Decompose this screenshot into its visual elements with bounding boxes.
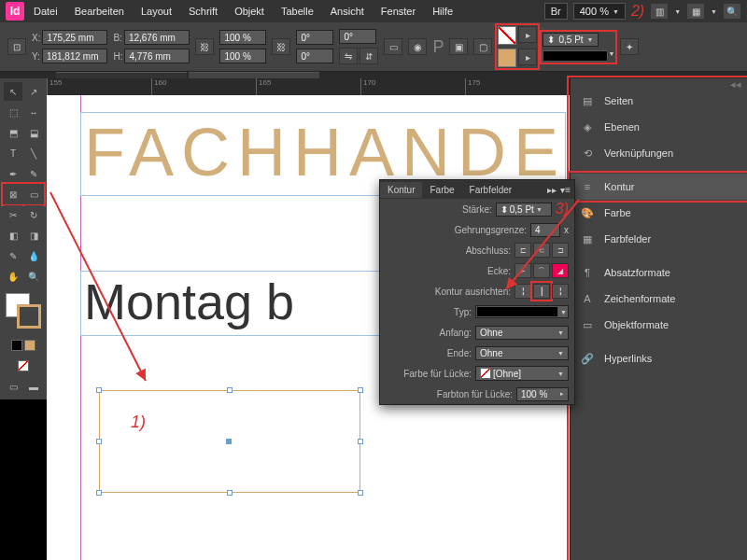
collapse-icon[interactable]: ▸▸ [547,185,557,195]
start-field[interactable]: Ohne▼ [475,326,569,340]
panel-verknuepfungen[interactable]: ⟲Verknüpfungen [571,140,747,166]
constrain-icon[interactable]: ⛓ [195,38,214,55]
join-label: Ecke: [386,266,511,276]
weight-field[interactable]: ⬍0,5 Pt▼ [496,203,552,217]
stroke-tab-kontur[interactable]: Kontur [380,182,422,198]
align-inside-icon[interactable]: ┃ [533,284,550,299]
gapcolor-field[interactable]: [Ohne]▼ [475,366,569,381]
search-icon[interactable]: 🔍 [723,3,741,20]
line-tool-icon[interactable]: ╲ [24,144,43,162]
fill-stroke-group[interactable]: ▸ ▸ [498,26,537,67]
menu-tabelle[interactable]: Tabelle [274,3,321,20]
panel-farbe[interactable]: 🎨Farbe [571,200,747,226]
panel-menu-icon[interactable]: ▾≡ [560,185,571,195]
panel-objektformate[interactable]: ▭Objektformate [571,312,747,338]
gradient-swatch-icon[interactable]: ◧ [4,226,22,245]
join-miter-icon[interactable]: ⌐ [514,263,531,278]
menu-layout[interactable]: Layout [134,3,179,20]
fill-stroke-indicator[interactable] [6,293,41,329]
w-field[interactable]: 12,676 mm [124,30,190,45]
x-field[interactable]: 175,25 mm [42,30,107,45]
pencil-tool-icon[interactable]: ✎ [24,164,43,183]
panel-zeichenformate[interactable]: AZeichenformate [571,286,747,312]
stroke-panel[interactable]: Kontur Farbe Farbfelder ▸▸▾≡ Stärke: ⬍0,… [379,179,575,405]
menu-objekt[interactable]: Objekt [227,3,272,20]
stroke-tab-farbfelder[interactable]: Farbfelder [462,182,520,198]
scale-y-field[interactable]: 100 % [219,49,266,63]
view-mode-icon[interactable]: ▥ [650,3,669,20]
menu-fenster[interactable]: Fenster [374,3,423,20]
direct-selection-tool-icon[interactable]: ↗ [24,82,43,101]
pen-tool-icon[interactable]: ✒ [4,164,22,183]
select-container-icon[interactable]: ▭ [384,38,402,55]
eyedropper-tool-icon[interactable]: 💧 [24,246,43,265]
bridge-button[interactable]: Br [544,3,568,20]
cap-projecting-icon[interactable]: ⊐ [552,243,569,258]
arrange-icon[interactable]: ▦ [686,3,705,20]
panel-hyperlinks[interactable]: 🔗Hyperlinks [571,345,747,371]
panel-ebenen[interactable]: ◈Ebenen [571,114,747,140]
content-placer-icon[interactable]: ⬓ [24,123,43,142]
fill-swatch[interactable] [498,26,516,45]
join-round-icon[interactable]: ⌒ [533,263,550,278]
stroke-swatch[interactable] [498,49,516,67]
join-bevel-icon[interactable]: ◢ [552,263,569,278]
swatches-icon: ▦ [580,232,595,245]
zoom-level[interactable]: 400 %▼ [573,3,626,20]
panel-seiten[interactable]: ▤Seiten [571,88,747,114]
zoom-tool-icon[interactable]: 🔍 [24,267,43,286]
panel-absatzformate[interactable]: ¶Absatzformate [571,259,747,286]
content-collector-icon[interactable]: ⬒ [4,123,22,142]
flip-h-icon[interactable]: ⇋ [339,48,358,64]
constrain-scale-icon[interactable]: ⛓ [272,38,290,55]
type-field[interactable]: ▼ [475,305,569,318]
cap-round-icon[interactable]: ⊂ [533,243,550,258]
stroke-menu-icon[interactable]: ▸ [518,49,537,65]
gradient-feather-icon[interactable]: ◨ [24,226,43,245]
effects-icon[interactable]: ✦ [620,38,639,55]
gaptint-field[interactable]: 100 %▸ [516,387,569,401]
rectangle-tool-icon[interactable]: ▭ [24,185,43,203]
panel-kontur[interactable]: ≡Kontur [571,174,747,200]
fit-content-icon[interactable]: ▢ [473,38,492,55]
scale-x-field[interactable]: 100 % [219,30,266,45]
flip-v-icon[interactable]: ⇵ [359,48,378,64]
miter-field[interactable]: 4 [530,223,560,237]
note-tool-icon[interactable]: ✎ [4,246,22,265]
shear-field[interactable]: 0° [296,49,333,63]
menu-ansicht[interactable]: Ansicht [323,3,372,20]
y-field[interactable]: 181,812 mm [42,49,107,63]
free-transform-icon[interactable]: ↻ [24,205,43,224]
selection-tool-icon[interactable]: ↖ [4,82,22,101]
scissors-tool-icon[interactable]: ✂ [4,205,22,224]
panel-farbfelder[interactable]: ▦Farbfelder [571,226,747,252]
reference-point-icon[interactable]: ⊡ [7,38,26,55]
menu-schrift[interactable]: Schrift [181,3,225,20]
menu-bearbeiten[interactable]: Bearbeiten [67,3,132,20]
rotate2-field[interactable]: 0° [339,29,376,44]
stroke-tab-farbe[interactable]: Farbe [422,182,461,198]
select-content-icon[interactable]: ◉ [408,38,427,55]
hand-tool-icon[interactable]: ✋ [4,267,22,286]
stroke-weight-field[interactable]: ⬍0,5 Pt▼ [543,33,599,47]
align-center-icon[interactable]: ╏ [514,284,531,299]
type-tool-icon[interactable]: T [4,144,22,162]
apply-none-icon[interactable] [18,360,29,371]
frame-tool-icon[interactable]: ⊠ [4,185,22,203]
normal-view-icon[interactable]: ▭ [4,377,22,396]
rotate-field[interactable]: 0° [296,30,333,45]
apply-gradient-icon[interactable] [24,340,35,351]
fill-menu-icon[interactable]: ▸ [518,26,537,43]
page-tool-icon[interactable]: ⬚ [4,103,22,121]
menu-hilfe[interactable]: Hilfe [425,3,460,20]
stroke-style-dropdown[interactable] [543,50,608,62]
h-field[interactable]: 4,776 mm [124,49,190,63]
align-outside-icon[interactable]: ╏ [552,284,569,299]
fit-frame-icon[interactable]: ▣ [449,38,468,55]
preview-view-icon[interactable]: ▬ [24,377,43,396]
cap-butt-icon[interactable]: ⊏ [514,243,531,258]
apply-color-icon[interactable] [11,340,22,351]
gap-tool-icon[interactable]: ↔ [24,103,43,121]
end-field[interactable]: Ohne▼ [475,346,569,360]
menu-datei[interactable]: Datei [26,3,65,20]
